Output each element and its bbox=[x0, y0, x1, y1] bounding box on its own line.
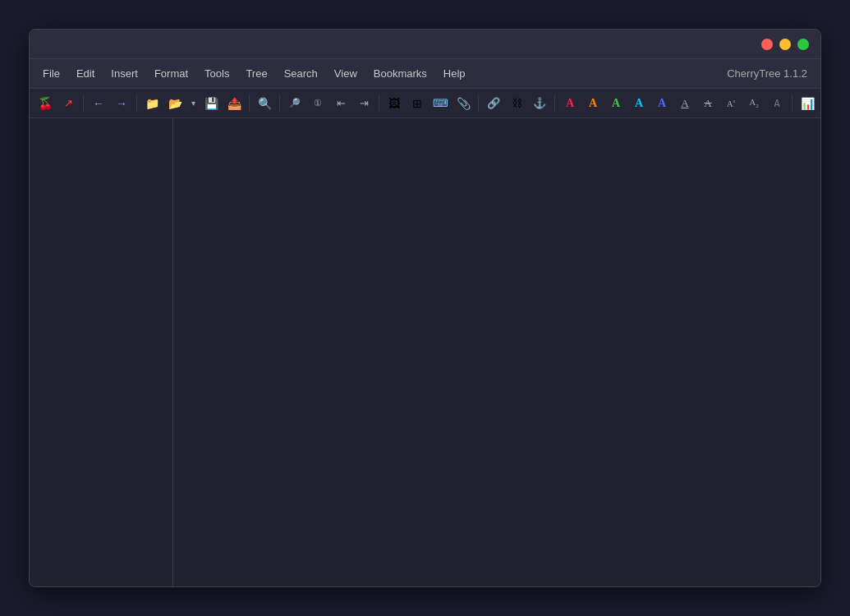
anchor-icon: ⚓ bbox=[533, 97, 546, 109]
format-superscript-button[interactable]: As bbox=[720, 93, 742, 114]
more-dropdown-button[interactable]: ▾ bbox=[820, 93, 820, 114]
open-file-button[interactable]: 📂 bbox=[164, 93, 186, 114]
sep4 bbox=[279, 95, 280, 112]
insert-image-button[interactable]: 🖼 bbox=[384, 93, 405, 114]
format-red-button[interactable]: A bbox=[559, 93, 581, 114]
format-green-icon: A bbox=[612, 97, 620, 110]
insert-link-icon: 🔗 bbox=[487, 97, 500, 109]
menu-tree[interactable]: Tree bbox=[239, 64, 273, 83]
menu-help[interactable]: Help bbox=[437, 64, 472, 83]
arrow-icon: ↗ bbox=[64, 97, 73, 109]
minimize-button[interactable] bbox=[779, 39, 791, 50]
titlebar bbox=[30, 30, 820, 59]
format-underline-button[interactable]: A bbox=[674, 93, 696, 114]
format-red-icon: A bbox=[566, 97, 574, 110]
export-icon: 📤 bbox=[227, 97, 241, 110]
anchor-button[interactable]: ⚓ bbox=[529, 93, 550, 114]
chart-icon: 📊 bbox=[801, 97, 815, 110]
main-content bbox=[30, 118, 820, 586]
new-node-icon: 📁 bbox=[145, 97, 159, 110]
back-icon: ← bbox=[93, 97, 104, 110]
cherry-icon-button[interactable]: 🍒 bbox=[34, 93, 56, 114]
cherry-icon: 🍒 bbox=[38, 96, 53, 111]
maximize-button[interactable] bbox=[797, 39, 809, 50]
remove-link-icon: ⛓ bbox=[512, 97, 522, 109]
sep1 bbox=[83, 95, 84, 112]
format-green-button[interactable]: A bbox=[605, 93, 627, 114]
numbering-icon: ① bbox=[314, 98, 322, 108]
editor-area[interactable] bbox=[173, 118, 820, 586]
format-subscript-button[interactable]: A2 bbox=[743, 93, 765, 114]
insert-image-icon: 🖼 bbox=[388, 97, 400, 110]
open-file-icon: 📂 bbox=[168, 97, 182, 110]
find-button[interactable]: 🔍 bbox=[254, 93, 275, 114]
menu-search[interactable]: Search bbox=[278, 64, 324, 83]
menu-tools[interactable]: Tools bbox=[198, 64, 236, 83]
indent-less-button[interactable]: ⇤ bbox=[330, 93, 351, 114]
insert-table-button[interactable]: ⊞ bbox=[407, 93, 428, 114]
format-blue-button[interactable]: A bbox=[651, 93, 673, 114]
indent-more-icon: ⇥ bbox=[360, 97, 369, 109]
toolbar: 🍒 ↗ ← → 📁 📂 ▾ 💾 📤 bbox=[30, 89, 820, 118]
format-orange-button[interactable]: A bbox=[582, 93, 604, 114]
menu-bookmarks[interactable]: Bookmarks bbox=[367, 64, 434, 83]
sep3 bbox=[249, 95, 250, 112]
format-subscript-icon: A2 bbox=[749, 97, 758, 109]
format-underline-icon: A bbox=[681, 97, 688, 110]
menu-view[interactable]: View bbox=[328, 64, 364, 83]
format-superscript-icon: As bbox=[727, 98, 736, 108]
numbering-button[interactable]: ① bbox=[307, 93, 329, 114]
save-icon: 💾 bbox=[204, 97, 218, 110]
sep6 bbox=[478, 95, 479, 112]
format-monospace-icon: A bbox=[774, 98, 779, 109]
menu-insert[interactable]: Insert bbox=[104, 64, 145, 83]
new-node-button[interactable]: 📁 bbox=[141, 93, 163, 114]
menu-format[interactable]: Format bbox=[148, 64, 195, 83]
sep5 bbox=[379, 95, 379, 112]
dropdown-arrow-icon: ▾ bbox=[191, 99, 195, 108]
insert-codebox-button[interactable]: ⌨ bbox=[430, 93, 451, 114]
menu-file[interactable]: File bbox=[36, 64, 67, 83]
format-monospace-button[interactable]: A bbox=[766, 93, 788, 114]
indent-less-icon: ⇤ bbox=[337, 97, 346, 109]
forward-icon: → bbox=[116, 97, 127, 110]
find-replace-icon: 🔎 bbox=[289, 98, 301, 108]
node-left-button[interactable]: ↗ bbox=[57, 93, 79, 114]
indent-more-button[interactable]: ⇥ bbox=[353, 93, 374, 114]
format-strikethrough-button[interactable]: A bbox=[697, 93, 719, 114]
remove-link-button[interactable]: ⛓ bbox=[506, 93, 527, 114]
format-strikethrough-icon: A bbox=[704, 97, 711, 110]
nav-back-button[interactable]: ← bbox=[88, 93, 109, 114]
insert-file-button[interactable]: 📎 bbox=[453, 93, 474, 114]
app-title: CherryTree 1.1.2 bbox=[727, 67, 814, 80]
format-cyan-icon: A bbox=[635, 97, 643, 110]
sep8 bbox=[792, 95, 793, 112]
save-button[interactable]: 💾 bbox=[200, 93, 222, 114]
menu-edit[interactable]: Edit bbox=[70, 64, 101, 83]
find-replace-button[interactable]: 🔎 bbox=[284, 93, 306, 114]
format-blue-icon: A bbox=[658, 97, 666, 110]
format-cyan-button[interactable]: A bbox=[628, 93, 650, 114]
export-button[interactable]: 📤 bbox=[223, 93, 245, 114]
sep2 bbox=[136, 95, 137, 112]
sep7 bbox=[554, 95, 555, 112]
insert-table-icon: ⊞ bbox=[412, 97, 422, 110]
window-controls bbox=[761, 39, 809, 50]
menubar: File Edit Insert Format Tools Tree Searc… bbox=[30, 59, 820, 89]
find-icon: 🔍 bbox=[258, 97, 272, 110]
close-button[interactable] bbox=[761, 39, 773, 50]
format-orange-icon: A bbox=[589, 97, 597, 110]
open-dropdown-button[interactable]: ▾ bbox=[187, 93, 199, 114]
chart-button[interactable]: 📊 bbox=[797, 93, 818, 114]
app-window: File Edit Insert Format Tools Tree Searc… bbox=[29, 29, 821, 587]
insert-codebox-icon: ⌨ bbox=[433, 97, 448, 109]
sidebar-panel bbox=[30, 118, 173, 586]
insert-link-button[interactable]: 🔗 bbox=[483, 93, 504, 114]
nav-forward-button[interactable]: → bbox=[111, 93, 132, 114]
insert-file-icon: 📎 bbox=[457, 97, 471, 110]
